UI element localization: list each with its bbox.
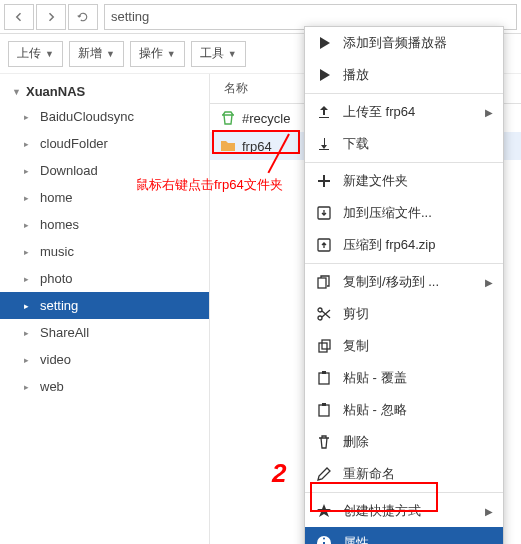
sidebar-item-setting[interactable]: ▸setting	[0, 292, 209, 319]
menu-play[interactable]: 播放	[305, 59, 503, 91]
chevron-right-icon: ▶	[485, 506, 493, 517]
menu-new-folder[interactable]: 新建文件夹	[305, 165, 503, 197]
forward-button[interactable]	[36, 4, 66, 30]
menu-compress-to[interactable]: 压缩到 frp64.zip	[305, 229, 503, 261]
svg-rect-9	[319, 405, 329, 416]
chevron-right-icon: ▶	[485, 107, 493, 118]
sidebar-item-web[interactable]: ▸web	[0, 373, 209, 400]
menu-properties[interactable]: 属性	[305, 527, 503, 544]
tree-item-label: home	[40, 190, 73, 205]
chevron-right-icon: ▸	[24, 139, 34, 149]
tree-item-label: music	[40, 244, 74, 259]
tree-root[interactable]: ▼ XuanNAS	[0, 80, 209, 103]
recycle-icon	[220, 110, 236, 126]
file-name: #recycle	[242, 111, 290, 126]
tree-item-label: homes	[40, 217, 79, 232]
folder-tree: ▼ XuanNAS ▸BaiduCloudsync▸cloudFolder▸Do…	[0, 74, 210, 544]
chevron-right-icon: ▸	[24, 274, 34, 284]
chevron-right-icon: ▸	[24, 355, 34, 365]
chevron-right-icon: ▸	[24, 193, 34, 203]
menu-rename[interactable]: 重新命名	[305, 458, 503, 490]
sidebar-item-homes[interactable]: ▸homes	[0, 211, 209, 238]
svg-rect-2	[318, 278, 326, 288]
tree-root-label: XuanNAS	[26, 84, 85, 99]
sidebar-item-download[interactable]: ▸Download	[0, 157, 209, 184]
plus-icon	[315, 172, 333, 190]
upload-button[interactable]: 上传▼	[8, 41, 63, 67]
tool-button[interactable]: 工具▼	[191, 41, 246, 67]
context-menu: 添加到音频播放器 播放 上传至 frp64 ▶ 下载 新建文件夹 加到压缩文件.…	[304, 26, 504, 544]
scissors-icon	[315, 305, 333, 323]
tree-item-label: photo	[40, 271, 73, 286]
paste-icon	[315, 369, 333, 387]
sidebar-item-photo[interactable]: ▸photo	[0, 265, 209, 292]
folder-icon	[220, 138, 236, 154]
chevron-right-icon: ▶	[485, 277, 493, 288]
path-input[interactable]	[111, 9, 510, 24]
menu-separator	[305, 263, 503, 264]
new-button[interactable]: 新增▼	[69, 41, 124, 67]
chevron-right-icon: ▸	[24, 166, 34, 176]
copy-move-icon	[315, 273, 333, 291]
file-name: frp64	[242, 139, 272, 154]
info-icon	[315, 534, 333, 544]
copy-icon	[315, 337, 333, 355]
archive-up-icon	[315, 236, 333, 254]
back-button[interactable]	[4, 4, 34, 30]
chevron-right-icon: ▸	[24, 301, 34, 311]
sidebar-item-music[interactable]: ▸music	[0, 238, 209, 265]
archive-down-icon	[315, 204, 333, 222]
svg-rect-6	[322, 340, 330, 349]
tree-item-label: ShareAll	[40, 325, 89, 340]
tree-item-label: BaiduCloudsync	[40, 109, 134, 124]
chevron-right-icon: ▸	[24, 382, 34, 392]
sidebar-item-home[interactable]: ▸home	[0, 184, 209, 211]
chevron-right-icon: ▸	[24, 112, 34, 122]
menu-separator	[305, 492, 503, 493]
tree-item-label: web	[40, 379, 64, 394]
chevron-right-icon: ▸	[24, 247, 34, 257]
sidebar-item-baiducloudsync[interactable]: ▸BaiduCloudsync	[0, 103, 209, 130]
chevron-down-icon: ▼	[12, 87, 22, 97]
tree-item-label: cloudFolder	[40, 136, 108, 151]
menu-separator	[305, 93, 503, 94]
menu-shortcut[interactable]: 创建快捷方式 ▶	[305, 495, 503, 527]
menu-delete[interactable]: 删除	[305, 426, 503, 458]
menu-add-audio[interactable]: 添加到音频播放器	[305, 27, 503, 59]
menu-download[interactable]: 下载	[305, 128, 503, 160]
star-icon	[315, 502, 333, 520]
chevron-right-icon: ▸	[24, 328, 34, 338]
menu-separator	[305, 162, 503, 163]
tree-item-label: video	[40, 352, 71, 367]
svg-rect-7	[319, 373, 329, 384]
svg-rect-5	[319, 343, 327, 352]
chevron-right-icon: ▸	[24, 220, 34, 230]
paste-icon	[315, 401, 333, 419]
tree-item-label: setting	[40, 298, 78, 313]
menu-cut[interactable]: 剪切	[305, 298, 503, 330]
menu-copy[interactable]: 复制	[305, 330, 503, 362]
play-icon	[315, 66, 333, 84]
menu-add-archive[interactable]: 加到压缩文件...	[305, 197, 503, 229]
play-icon	[315, 34, 333, 52]
menu-copy-move[interactable]: 复制到/移动到 ... ▶	[305, 266, 503, 298]
upload-icon	[315, 103, 333, 121]
tree-item-label: Download	[40, 163, 98, 178]
sidebar-item-cloudfolder[interactable]: ▸cloudFolder	[0, 130, 209, 157]
menu-paste-skip[interactable]: 粘贴 - 忽略	[305, 394, 503, 426]
pencil-icon	[315, 465, 333, 483]
trash-icon	[315, 433, 333, 451]
svg-point-4	[318, 308, 322, 312]
svg-point-3	[318, 316, 322, 320]
menu-paste-over[interactable]: 粘贴 - 覆盖	[305, 362, 503, 394]
sidebar-item-shareall[interactable]: ▸ShareAll	[0, 319, 209, 346]
operate-button[interactable]: 操作▼	[130, 41, 185, 67]
menu-upload-to[interactable]: 上传至 frp64 ▶	[305, 96, 503, 128]
download-icon	[315, 135, 333, 153]
sidebar-item-video[interactable]: ▸video	[0, 346, 209, 373]
svg-rect-8	[322, 371, 326, 374]
svg-rect-10	[322, 403, 326, 406]
refresh-button[interactable]	[68, 4, 98, 30]
